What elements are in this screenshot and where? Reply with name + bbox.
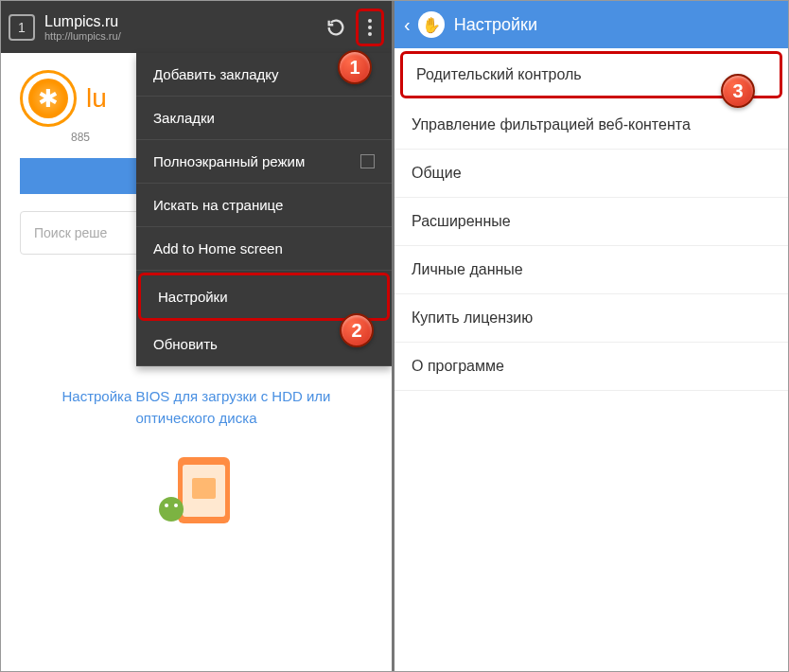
app-icon: ✋ <box>418 11 445 38</box>
browser-panel: 1 Lumpics.ru http://lumpics.ru/ lu 885 П… <box>1 1 394 671</box>
fullscreen-checkbox[interactable] <box>360 154 375 168</box>
callout-badge-3: 3 <box>721 74 755 108</box>
settings-title: Настройки <box>454 15 537 35</box>
callout-badge-2: 2 <box>340 313 374 347</box>
menu-bookmarks[interactable]: Закладки <box>136 97 392 140</box>
page-url: http://lumpics.ru/ <box>44 30 322 42</box>
callout-badge-1: 1 <box>338 50 372 84</box>
svg-point-21 <box>165 504 168 507</box>
settings-about[interactable]: О программе <box>394 343 788 391</box>
phone-icon <box>145 457 249 523</box>
more-menu-button[interactable] <box>356 9 384 46</box>
settings-web-filter[interactable]: Управление фильтрацией веб-контента <box>394 101 788 150</box>
menu-add-home[interactable]: Add to Home screen <box>136 227 392 271</box>
site-logo-icon <box>20 70 77 127</box>
browser-header: 1 Lumpics.ru http://lumpics.ru/ <box>1 1 392 53</box>
menu-fullscreen-label: Полноэкранный режим <box>153 153 305 169</box>
menu-find[interactable]: Искать на странице <box>136 184 392 227</box>
settings-advanced[interactable]: Расширенные <box>394 198 788 246</box>
page-title: Lumpics.ru <box>44 13 322 30</box>
url-bar[interactable]: Lumpics.ru http://lumpics.ru/ <box>44 13 322 42</box>
tab-count[interactable]: 1 <box>9 14 35 41</box>
settings-personal[interactable]: Личные данные <box>394 246 788 294</box>
article-image-2 <box>1 457 392 527</box>
article-link[interactable]: Настройка BIOS для загрузки с HDD или оп… <box>1 377 392 438</box>
settings-buy-license[interactable]: Купить лицензию <box>394 294 788 343</box>
back-icon[interactable]: ‹ <box>404 14 411 36</box>
svg-rect-19 <box>192 478 216 499</box>
svg-point-22 <box>174 504 178 507</box>
more-icon <box>368 19 372 36</box>
reload-button[interactable] <box>322 13 350 42</box>
settings-general[interactable]: Общие <box>394 150 788 198</box>
menu-fullscreen[interactable]: Полноэкранный режим <box>136 140 392 184</box>
settings-header: ‹ ✋ Настройки <box>394 1 788 48</box>
site-name: lu <box>86 83 107 114</box>
svg-point-20 <box>159 497 184 522</box>
reload-icon <box>325 17 346 38</box>
